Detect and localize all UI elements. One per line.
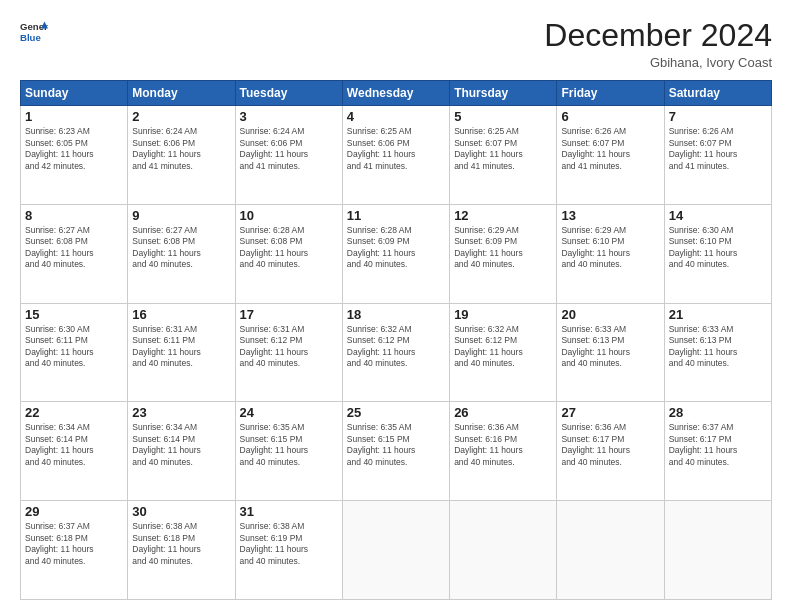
table-row: 22Sunrise: 6:34 AMSunset: 6:14 PMDayligh… xyxy=(21,402,128,501)
title-block: December 2024 Gbihana, Ivory Coast xyxy=(544,18,772,70)
day-number: 25 xyxy=(347,405,445,420)
day-info: Sunrise: 6:32 AMSunset: 6:12 PMDaylight:… xyxy=(347,324,445,370)
table-row: 26Sunrise: 6:36 AMSunset: 6:16 PMDayligh… xyxy=(450,402,557,501)
day-info: Sunrise: 6:27 AMSunset: 6:08 PMDaylight:… xyxy=(132,225,230,271)
logo: General Blue xyxy=(20,18,48,46)
day-info: Sunrise: 6:37 AMSunset: 6:17 PMDaylight:… xyxy=(669,422,767,468)
day-number: 29 xyxy=(25,504,123,519)
table-row: 18Sunrise: 6:32 AMSunset: 6:12 PMDayligh… xyxy=(342,303,449,402)
table-row: 15Sunrise: 6:30 AMSunset: 6:11 PMDayligh… xyxy=(21,303,128,402)
table-row: 8Sunrise: 6:27 AMSunset: 6:08 PMDaylight… xyxy=(21,204,128,303)
col-sunday: Sunday xyxy=(21,81,128,106)
day-number: 16 xyxy=(132,307,230,322)
day-info: Sunrise: 6:36 AMSunset: 6:17 PMDaylight:… xyxy=(561,422,659,468)
day-info: Sunrise: 6:35 AMSunset: 6:15 PMDaylight:… xyxy=(240,422,338,468)
day-number: 23 xyxy=(132,405,230,420)
day-info: Sunrise: 6:35 AMSunset: 6:15 PMDaylight:… xyxy=(347,422,445,468)
table-row: 19Sunrise: 6:32 AMSunset: 6:12 PMDayligh… xyxy=(450,303,557,402)
day-number: 11 xyxy=(347,208,445,223)
table-row: 24Sunrise: 6:35 AMSunset: 6:15 PMDayligh… xyxy=(235,402,342,501)
col-wednesday: Wednesday xyxy=(342,81,449,106)
day-info: Sunrise: 6:37 AMSunset: 6:18 PMDaylight:… xyxy=(25,521,123,567)
calendar-week-row: 8Sunrise: 6:27 AMSunset: 6:08 PMDaylight… xyxy=(21,204,772,303)
page: General Blue December 2024 Gbihana, Ivor… xyxy=(0,0,792,612)
month-title: December 2024 xyxy=(544,18,772,53)
table-row: 21Sunrise: 6:33 AMSunset: 6:13 PMDayligh… xyxy=(664,303,771,402)
table-row xyxy=(450,501,557,600)
day-number: 22 xyxy=(25,405,123,420)
calendar-week-row: 29Sunrise: 6:37 AMSunset: 6:18 PMDayligh… xyxy=(21,501,772,600)
day-info: Sunrise: 6:31 AMSunset: 6:11 PMDaylight:… xyxy=(132,324,230,370)
table-row: 30Sunrise: 6:38 AMSunset: 6:18 PMDayligh… xyxy=(128,501,235,600)
day-number: 13 xyxy=(561,208,659,223)
day-info: Sunrise: 6:29 AMSunset: 6:10 PMDaylight:… xyxy=(561,225,659,271)
table-row: 12Sunrise: 6:29 AMSunset: 6:09 PMDayligh… xyxy=(450,204,557,303)
logo-icon: General Blue xyxy=(20,18,48,46)
table-row: 14Sunrise: 6:30 AMSunset: 6:10 PMDayligh… xyxy=(664,204,771,303)
day-number: 15 xyxy=(25,307,123,322)
calendar-table: Sunday Monday Tuesday Wednesday Thursday… xyxy=(20,80,772,600)
day-info: Sunrise: 6:30 AMSunset: 6:10 PMDaylight:… xyxy=(669,225,767,271)
day-info: Sunrise: 6:25 AMSunset: 6:07 PMDaylight:… xyxy=(454,126,552,172)
day-number: 4 xyxy=(347,109,445,124)
day-number: 21 xyxy=(669,307,767,322)
table-row: 28Sunrise: 6:37 AMSunset: 6:17 PMDayligh… xyxy=(664,402,771,501)
day-info: Sunrise: 6:32 AMSunset: 6:12 PMDaylight:… xyxy=(454,324,552,370)
day-number: 10 xyxy=(240,208,338,223)
day-number: 18 xyxy=(347,307,445,322)
table-row: 1Sunrise: 6:23 AMSunset: 6:05 PMDaylight… xyxy=(21,106,128,205)
svg-text:Blue: Blue xyxy=(20,32,41,43)
day-number: 9 xyxy=(132,208,230,223)
day-number: 27 xyxy=(561,405,659,420)
table-row: 27Sunrise: 6:36 AMSunset: 6:17 PMDayligh… xyxy=(557,402,664,501)
day-info: Sunrise: 6:33 AMSunset: 6:13 PMDaylight:… xyxy=(669,324,767,370)
day-number: 19 xyxy=(454,307,552,322)
table-row: 13Sunrise: 6:29 AMSunset: 6:10 PMDayligh… xyxy=(557,204,664,303)
day-info: Sunrise: 6:33 AMSunset: 6:13 PMDaylight:… xyxy=(561,324,659,370)
day-info: Sunrise: 6:30 AMSunset: 6:11 PMDaylight:… xyxy=(25,324,123,370)
day-number: 24 xyxy=(240,405,338,420)
day-info: Sunrise: 6:24 AMSunset: 6:06 PMDaylight:… xyxy=(132,126,230,172)
table-row xyxy=(557,501,664,600)
day-number: 7 xyxy=(669,109,767,124)
table-row xyxy=(342,501,449,600)
day-number: 30 xyxy=(132,504,230,519)
col-saturday: Saturday xyxy=(664,81,771,106)
calendar-header-row: Sunday Monday Tuesday Wednesday Thursday… xyxy=(21,81,772,106)
table-row: 29Sunrise: 6:37 AMSunset: 6:18 PMDayligh… xyxy=(21,501,128,600)
day-number: 31 xyxy=(240,504,338,519)
day-number: 3 xyxy=(240,109,338,124)
day-info: Sunrise: 6:28 AMSunset: 6:09 PMDaylight:… xyxy=(347,225,445,271)
calendar-week-row: 22Sunrise: 6:34 AMSunset: 6:14 PMDayligh… xyxy=(21,402,772,501)
header: General Blue December 2024 Gbihana, Ivor… xyxy=(20,18,772,70)
day-info: Sunrise: 6:26 AMSunset: 6:07 PMDaylight:… xyxy=(561,126,659,172)
table-row: 11Sunrise: 6:28 AMSunset: 6:09 PMDayligh… xyxy=(342,204,449,303)
day-number: 5 xyxy=(454,109,552,124)
day-info: Sunrise: 6:38 AMSunset: 6:19 PMDaylight:… xyxy=(240,521,338,567)
day-info: Sunrise: 6:31 AMSunset: 6:12 PMDaylight:… xyxy=(240,324,338,370)
day-info: Sunrise: 6:24 AMSunset: 6:06 PMDaylight:… xyxy=(240,126,338,172)
day-number: 17 xyxy=(240,307,338,322)
table-row: 2Sunrise: 6:24 AMSunset: 6:06 PMDaylight… xyxy=(128,106,235,205)
table-row: 23Sunrise: 6:34 AMSunset: 6:14 PMDayligh… xyxy=(128,402,235,501)
table-row: 6Sunrise: 6:26 AMSunset: 6:07 PMDaylight… xyxy=(557,106,664,205)
day-info: Sunrise: 6:27 AMSunset: 6:08 PMDaylight:… xyxy=(25,225,123,271)
day-number: 1 xyxy=(25,109,123,124)
day-number: 2 xyxy=(132,109,230,124)
table-row: 20Sunrise: 6:33 AMSunset: 6:13 PMDayligh… xyxy=(557,303,664,402)
table-row: 25Sunrise: 6:35 AMSunset: 6:15 PMDayligh… xyxy=(342,402,449,501)
table-row: 31Sunrise: 6:38 AMSunset: 6:19 PMDayligh… xyxy=(235,501,342,600)
table-row: 16Sunrise: 6:31 AMSunset: 6:11 PMDayligh… xyxy=(128,303,235,402)
location: Gbihana, Ivory Coast xyxy=(544,55,772,70)
col-tuesday: Tuesday xyxy=(235,81,342,106)
day-number: 28 xyxy=(669,405,767,420)
day-number: 8 xyxy=(25,208,123,223)
day-info: Sunrise: 6:38 AMSunset: 6:18 PMDaylight:… xyxy=(132,521,230,567)
day-info: Sunrise: 6:36 AMSunset: 6:16 PMDaylight:… xyxy=(454,422,552,468)
day-info: Sunrise: 6:29 AMSunset: 6:09 PMDaylight:… xyxy=(454,225,552,271)
day-info: Sunrise: 6:28 AMSunset: 6:08 PMDaylight:… xyxy=(240,225,338,271)
day-number: 12 xyxy=(454,208,552,223)
table-row: 4Sunrise: 6:25 AMSunset: 6:06 PMDaylight… xyxy=(342,106,449,205)
day-number: 26 xyxy=(454,405,552,420)
table-row: 7Sunrise: 6:26 AMSunset: 6:07 PMDaylight… xyxy=(664,106,771,205)
